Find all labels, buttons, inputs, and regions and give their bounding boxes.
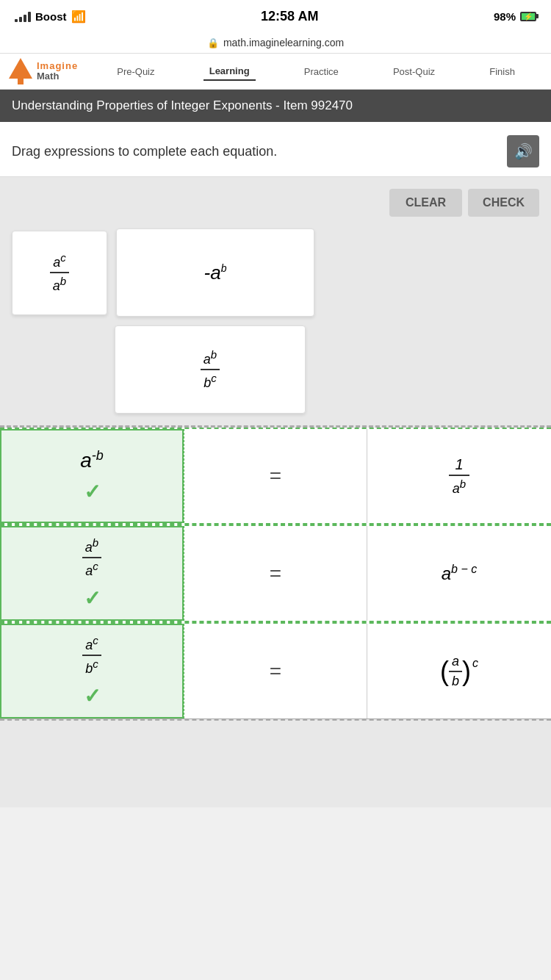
status-left: Boost 📶 xyxy=(15,10,86,24)
eq-right-3: ( a b ) c xyxy=(367,624,551,718)
battery-percentage: 98% xyxy=(494,10,516,23)
page-title: Understanding Properties of Integer Expo… xyxy=(0,90,551,122)
nav-tab-pre-quiz[interactable]: Pre-Quiz xyxy=(111,63,160,80)
lock-icon: 🔒 xyxy=(207,37,219,48)
logo-area: Imagine Math xyxy=(9,58,78,84)
svg-marker-0 xyxy=(9,58,32,79)
paren-exp: c xyxy=(472,657,478,670)
equals-2: = xyxy=(270,562,281,586)
carrier-label: Boost xyxy=(35,10,67,23)
status-right: 98% ⚡ xyxy=(494,10,536,23)
logo-icon xyxy=(9,58,32,84)
clock: 12:58 AM xyxy=(261,9,318,24)
equation-row-2: ab ac ✓ = ab − c xyxy=(0,525,551,622)
eq-right-2: ab − c xyxy=(367,526,551,621)
eq-left-2: ab ac ✓ xyxy=(0,526,184,621)
paren-numer: a xyxy=(449,654,462,672)
nav-tabs: Pre-Quiz Learning Practice Post-Quiz Fin… xyxy=(90,62,542,81)
frac-numer-2: ab xyxy=(82,536,101,558)
frac-denominator-1: ab xyxy=(450,476,469,497)
logo-imagine-text: Imagine xyxy=(37,61,78,71)
drag-tile-ab-bc[interactable]: ab bc xyxy=(115,325,306,414)
right-paren: ) xyxy=(462,658,471,685)
numerator-ac: ac xyxy=(50,251,69,273)
numerator-ab: ab xyxy=(201,348,220,370)
checkmark-3: ✓ xyxy=(84,684,101,708)
paren-denom: b xyxy=(449,672,462,689)
logo-math-text: Math xyxy=(37,71,78,82)
left-expr-3: ac bc xyxy=(82,634,101,677)
left-paren: ( xyxy=(440,658,449,685)
nav-tab-practice[interactable]: Practice xyxy=(298,63,345,80)
equals-1: = xyxy=(270,464,281,488)
svg-rect-1 xyxy=(18,79,24,84)
eq-middle-1: = xyxy=(184,429,367,523)
instruction-area: Drag expressions to complete each equati… xyxy=(0,122,551,177)
url-text: math.imaginelearning.com xyxy=(223,37,344,48)
inner-fraction: a b xyxy=(449,654,462,689)
drag-tile-ac-ab[interactable]: ac ab xyxy=(12,231,107,315)
drag-area-buttons: CLEAR CHECK xyxy=(12,189,539,217)
equation-area: a-b ✓ = 1 ab ab ac xyxy=(0,428,551,719)
equation-row-3: ac bc ✓ = ( a b ) c xyxy=(0,622,551,719)
signal-icon xyxy=(15,10,31,22)
frac-numer-3: ac xyxy=(82,634,101,656)
frac-numerator-1: 1 xyxy=(449,456,469,476)
nav-tab-learning[interactable]: Learning xyxy=(204,62,256,81)
frac-denom-3: bc xyxy=(82,656,101,677)
left-expr-2: ab ac xyxy=(82,536,101,579)
battery-icon: ⚡ xyxy=(520,12,536,21)
nav-bar: Imagine Math Pre-Quiz Learning Practice … xyxy=(0,54,551,90)
denominator-ab: ab xyxy=(50,273,69,294)
fraction-ab-bc: ab bc xyxy=(201,348,220,391)
right-expr-3: ( a b ) c xyxy=(440,654,478,689)
denominator-bc: bc xyxy=(201,370,220,391)
fraction-ac-ab: ac ab xyxy=(50,251,69,294)
audio-button[interactable]: 🔊 xyxy=(507,135,539,167)
clear-button[interactable]: CLEAR xyxy=(389,189,462,217)
checkmark-1: ✓ xyxy=(84,480,101,504)
equation-row-1: a-b ✓ = 1 ab xyxy=(0,429,551,525)
eq-left-1: a-b ✓ xyxy=(0,429,184,523)
right-expr-2: ab − c xyxy=(442,563,478,584)
audio-icon: 🔊 xyxy=(514,143,533,160)
frac-denom-2: ac xyxy=(82,558,101,579)
drag-area: CLEAR CHECK ac ab -ab ab xyxy=(0,177,551,428)
drag-tiles-container: ac ab -ab ab bc xyxy=(12,228,539,414)
eq-right-1: 1 ab xyxy=(367,429,551,523)
checkmark-2: ✓ xyxy=(84,586,101,610)
check-button[interactable]: CHECK xyxy=(468,189,539,217)
equals-3: = xyxy=(270,660,281,683)
logo-text: Imagine Math xyxy=(37,61,78,82)
url-bar[interactable]: 🔒 math.imaginelearning.com xyxy=(0,32,551,54)
left-expr-1: a-b xyxy=(80,448,104,472)
neg-power-ab: -ab xyxy=(204,262,227,284)
instruction-text: Drag expressions to complete each equati… xyxy=(12,144,277,159)
drag-tile-neg-ab[interactable]: -ab xyxy=(116,228,314,317)
nav-tab-post-quiz[interactable]: Post-Quiz xyxy=(387,63,441,80)
right-expr-1: 1 ab xyxy=(449,456,469,497)
eq-left-3: ac bc ✓ xyxy=(0,624,184,718)
status-bar: Boost 📶 12:58 AM 98% ⚡ xyxy=(0,0,551,32)
eq-middle-2: = xyxy=(184,526,367,621)
bottom-empty-area xyxy=(0,719,551,807)
eq-middle-3: = xyxy=(184,624,367,718)
wifi-icon: 📶 xyxy=(71,10,86,24)
nav-tab-finish[interactable]: Finish xyxy=(483,63,521,80)
